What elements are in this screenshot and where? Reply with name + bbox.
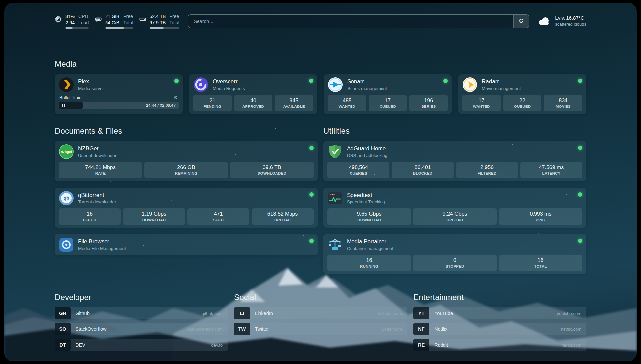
bookmark-reddit[interactable]: RE Reddit reddit.com <box>413 339 586 351</box>
service-description: Movie management <box>482 86 521 91</box>
portainer-icon <box>327 237 343 252</box>
section-utilities: Utilities AdGuard Home DNS and adblockin… <box>323 126 586 274</box>
bookmark-abbr: RE <box>413 339 429 351</box>
stat-wanted: 485 WANTED <box>328 95 366 111</box>
bookmark-domain: reddit.com <box>561 343 581 348</box>
service-card-overseerr[interactable]: Overseerr Media Requests 21 PENDING 40 A… <box>189 74 317 114</box>
memory-icon <box>95 16 102 23</box>
search-input[interactable] <box>188 15 513 28</box>
weather-location: Lviv, 16.87°C <box>555 15 586 21</box>
cpu-load-value: 2.94 <box>66 20 75 26</box>
stat-stopped: 0 STOPPED <box>413 255 497 271</box>
service-card-plex[interactable]: Plex Media server Bullet Train ⚙ <box>55 74 183 114</box>
disk-free-value: 52.4 TB <box>150 14 166 20</box>
speedtest-icon <box>327 191 343 206</box>
stat-queries: 498,564 QUERIES <box>327 162 389 178</box>
bookmark-domain: linkedin.com <box>378 311 402 316</box>
service-description: Torrent downloader <box>78 199 116 204</box>
status-dot <box>309 239 314 243</box>
service-card-nzbget[interactable]: nzbget NZBGet Usenet downloader 744.21 M… <box>55 141 318 181</box>
topbar-divider <box>55 38 586 38</box>
stat-wanted: 17 WANTED <box>462 95 501 111</box>
bookmark-abbr: GH <box>55 307 71 319</box>
stat-approved: 40 APPROVED <box>234 95 273 111</box>
bookmark-linkedin[interactable]: LI LinkedIn linkedin.com <box>234 307 407 319</box>
disk-total-label: Total <box>169 20 179 26</box>
service-name: Media Portainer <box>347 238 393 245</box>
bookmark-github[interactable]: GH Github github.com <box>55 307 228 319</box>
status-dot <box>578 146 582 150</box>
disk-free-label: Free <box>169 14 179 20</box>
service-name: Sonarr <box>347 78 387 85</box>
plex-progress-bar[interactable]: 24:44 / 02:06:47 <box>59 102 179 109</box>
service-description: Container management <box>347 246 393 251</box>
service-description: Usenet downloader <box>78 153 116 158</box>
service-description: DNS and adblocking <box>347 153 387 158</box>
section-title-documents: Documents & Files <box>55 126 318 136</box>
section-documents: Documents & Files nzbget NZBGet Usenet d… <box>55 126 318 255</box>
stat-available: 945 AVAILABLE <box>275 95 313 111</box>
stat-download: 1.19 Gbps DOWNLOAD <box>123 208 185 225</box>
service-card-radarr[interactable]: Radarr Movie management 17 WANTED 22 QUE… <box>458 74 586 114</box>
status-dot <box>309 146 314 150</box>
stat-total: 16 TOTAL <box>499 255 582 271</box>
search-provider-button[interactable]: G <box>513 15 529 28</box>
service-name: AdGuard Home <box>347 145 387 152</box>
service-card-filebrowser[interactable]: File Browser Media File Management <box>55 234 318 255</box>
svg-text:qb: qb <box>63 196 69 201</box>
cloud-icon <box>537 16 551 26</box>
service-card-adguard[interactable]: AdGuard Home DNS and adblocking 498,564 … <box>323 141 586 181</box>
service-description: Media File Management <box>78 246 126 251</box>
service-card-portainer[interactable]: Media Portainer Container management 16 … <box>323 234 586 274</box>
cpu-usage-value: 31% <box>65 14 75 20</box>
bookmark-domain: twitter.com <box>382 327 402 332</box>
stat-seed: 471 SEED <box>187 208 249 225</box>
pause-icon[interactable] <box>62 104 65 107</box>
bookmark-dev[interactable]: DT DEV dev.to <box>55 339 228 351</box>
now-playing-title: Bullet Train <box>59 95 82 100</box>
resource-memory: 21 GiB 64 GiB Free Total <box>95 14 133 29</box>
stat-series: 196 SERIES <box>409 95 448 111</box>
section-title-social: Social <box>234 292 407 302</box>
weather-condition: scattered clouds <box>555 21 586 27</box>
bookmark-name: LinkedIn <box>255 311 273 316</box>
status-dot <box>309 79 313 83</box>
bookmark-name: StackOverflow <box>76 326 106 332</box>
bookmark-name: Github <box>76 311 90 316</box>
gear-icon[interactable]: ⚙ <box>174 95 178 100</box>
bookmark-name: DEV <box>76 342 85 348</box>
service-card-sonarr[interactable]: Sonarr Series management 485 WANTED 17 Q… <box>324 74 452 114</box>
stat-ping: 0.993 ms PING <box>499 208 582 225</box>
section-title-developer: Developer <box>55 292 228 302</box>
service-description: Series management <box>347 86 387 91</box>
bookmark-twitter[interactable]: TW Twitter twitter.com <box>234 323 407 335</box>
service-name: Overseerr <box>213 78 245 85</box>
stat-blocked: 86,401 BLOCKED <box>392 162 454 178</box>
cpu-progress-fill <box>65 27 73 29</box>
service-card-speedtest[interactable]: Speedtest Speedtest Tracking 9.65 Gbps D… <box>323 188 586 228</box>
bookmark-youtube[interactable]: YT YouTube youtube.com <box>413 307 586 319</box>
cpu-progress-track <box>65 27 89 29</box>
stat-running: 16 RUNNING <box>327 255 411 271</box>
search-bar: G <box>188 14 529 28</box>
status-dot <box>443 79 448 83</box>
stat-leech: 16 LEECH <box>59 208 121 225</box>
stat-upload: 9.24 Gbps UPLOAD <box>413 208 497 225</box>
resource-widgets: 31% 2.94 CPU Load <box>55 14 179 29</box>
status-dot <box>578 239 582 243</box>
bookmark-name: YouTube <box>434 311 453 316</box>
stat-remaining: 266 GB REMAINING <box>144 162 228 178</box>
svg-text:nzbget: nzbget <box>61 150 72 154</box>
stat-queued: 22 QUEUED <box>503 95 542 111</box>
bookmark-netflix[interactable]: NF Netflix netflix.com <box>413 323 586 335</box>
weather-widget: Lviv, 16.87°C scattered clouds <box>537 15 586 27</box>
status-dot <box>309 192 314 197</box>
service-card-qbittorrent[interactable]: qb qBittorrent Torrent downloader 16 <box>55 188 318 228</box>
cpu-load-label: Load <box>78 20 89 26</box>
cpu-usage-label: CPU <box>78 14 88 20</box>
filebrowser-icon <box>59 237 74 252</box>
stat-movies: 834 MOVIES <box>544 95 582 111</box>
status-dot <box>174 79 179 83</box>
dashboard-window: 31% 2.94 CPU Load <box>4 3 637 361</box>
bookmark-stackoverflow[interactable]: SO StackOverflow stackoverflow.com <box>55 323 228 335</box>
